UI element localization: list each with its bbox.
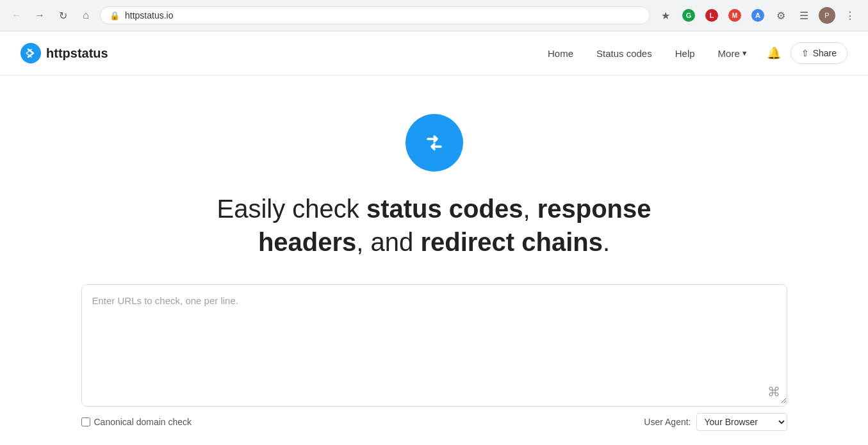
forward-button[interactable]: → <box>31 6 49 24</box>
logo-icon <box>20 43 41 63</box>
hero-title-part3: , and <box>356 228 420 256</box>
logo-text: httpstatus <box>46 46 108 61</box>
url-text: httpstatus.io <box>125 10 174 20</box>
wifi-icon: ⌘ <box>767 384 780 400</box>
hero-bold3: redirect chains <box>420 228 603 256</box>
account-icon: A <box>751 9 764 22</box>
page-content: httpstatus Home Status codes Help More ▼… <box>0 31 868 443</box>
share-button[interactable]: ⇧ Share <box>790 42 848 64</box>
hero-title-part1: Easily check <box>217 195 366 223</box>
ext-bars-button[interactable]: ☰ <box>794 5 814 26</box>
url-input-wrapper: ⌘ <box>81 284 787 407</box>
hero-title: Easily check status codes, response head… <box>191 192 678 259</box>
canonical-label-text: Canonical domain check <box>94 417 192 427</box>
ext-lastpass-button[interactable]: L <box>701 5 722 26</box>
browser-chrome: ← → ↻ ⌂ 🔒 httpstatus.io ★ G L M A ⚙ ☰ P … <box>0 0 868 31</box>
back-button[interactable]: ← <box>8 6 26 24</box>
logo-link[interactable]: httpstatus <box>20 43 108 63</box>
bars-icon: ☰ <box>799 10 808 22</box>
home-button[interactable]: ⌂ <box>77 6 95 24</box>
user-agent-group: User Agent: Your Browser Googlebot Bingb… <box>644 413 787 431</box>
hero-icon <box>405 114 463 172</box>
browser-actions: ★ G L M A ⚙ ☰ P ⋮ <box>655 5 860 26</box>
chevron-down-icon: ▼ <box>741 49 748 57</box>
url-textarea[interactable] <box>82 285 787 403</box>
address-bar[interactable]: 🔒 httpstatus.io <box>100 6 650 24</box>
input-section: ⌘ <box>66 284 803 407</box>
grammarly-icon: G <box>682 9 695 22</box>
lock-icon: 🔒 <box>110 11 120 20</box>
canonical-check-label[interactable]: Canonical domain check <box>81 417 192 427</box>
ext-grammarly-button[interactable]: G <box>678 5 699 26</box>
bottom-bar: Canonical domain check User Agent: Your … <box>66 407 803 437</box>
user-agent-select[interactable]: Your Browser Googlebot Bingbot Mobile <box>696 413 787 431</box>
share-label: Share <box>813 48 837 58</box>
bookmark-button[interactable]: ★ <box>655 5 676 26</box>
hero-title-part2: , <box>523 195 537 223</box>
hero-section: Easily check status codes, response head… <box>0 76 868 284</box>
nav-links: Home Status codes Help More ▼ 🔔 ⇧ Share <box>539 42 848 65</box>
chrome-menu-button[interactable]: ⋮ <box>840 5 860 26</box>
nav-home[interactable]: Home <box>539 43 582 64</box>
ext-gmail-button[interactable]: M <box>725 5 745 26</box>
nav-help[interactable]: Help <box>666 43 704 64</box>
share-icon: ⇧ <box>801 48 809 58</box>
profile-avatar: P <box>819 7 835 24</box>
main-nav: httpstatus Home Status codes Help More ▼… <box>0 31 868 76</box>
refresh-button[interactable]: ↻ <box>54 6 72 24</box>
nav-status-codes[interactable]: Status codes <box>587 43 661 64</box>
user-agent-label: User Agent: <box>644 417 691 427</box>
ext-account-button[interactable]: A <box>748 5 768 26</box>
gmail-icon: M <box>728 9 741 22</box>
nav-more-dropdown[interactable]: More ▼ <box>709 43 757 64</box>
canonical-checkbox[interactable] <box>81 417 90 426</box>
hero-title-part4: . <box>603 228 610 256</box>
bell-icon: 🔔 <box>767 46 781 60</box>
puzzle-icon: ⚙ <box>776 10 785 22</box>
notifications-button[interactable]: 🔔 <box>762 42 785 65</box>
profile-button[interactable]: P <box>817 5 837 26</box>
hero-bold1: status codes <box>366 195 523 223</box>
ext-puzzle-button[interactable]: ⚙ <box>771 5 791 26</box>
lastpass-icon: L <box>705 9 718 22</box>
nav-more-label: More <box>718 48 740 59</box>
